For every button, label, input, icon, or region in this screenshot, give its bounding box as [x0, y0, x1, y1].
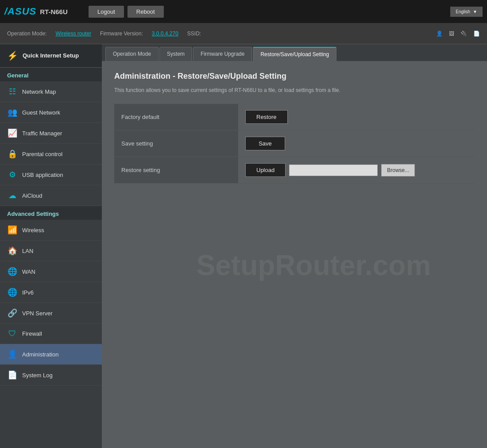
vpn-server-icon: 🔗 [7, 308, 18, 318]
advanced-section-label: Advanced Settings [0, 206, 102, 220]
ssid-label: SSID: [187, 31, 201, 37]
file-path-input[interactable] [289, 165, 378, 176]
aicloud-icon: ☁ [7, 191, 18, 200]
sidebar-item-wireless[interactable]: 📶 Wireless [0, 220, 102, 241]
tab-system[interactable]: System [159, 47, 192, 61]
content-inner: Administration - Restore/Save/Upload Set… [114, 72, 475, 184]
header: /ASUS RT-N66U Logout Reboot English ▼ [0, 0, 487, 23]
network-icon[interactable]: 🔌 [460, 31, 467, 37]
reboot-button[interactable]: Reboot [128, 6, 164, 18]
tab-firmware-upgrade[interactable]: Firmware Upgrade [193, 47, 252, 61]
aicloud-label: AiCloud [22, 192, 43, 199]
content-area: Operation Mode System Firmware Upgrade R… [102, 44, 487, 448]
sidebar-item-vpn-server[interactable]: 🔗 VPN Server [0, 303, 102, 324]
save-setting-label: Save setting [114, 130, 238, 157]
parental-control-icon: 🔒 [7, 149, 18, 159]
lan-icon: 🏠 [7, 246, 18, 256]
sidebar-item-ipv6[interactable]: 🌐 IPv6 [0, 282, 102, 303]
sidebar-item-aicloud[interactable]: ☁ AiCloud [0, 185, 102, 206]
sidebar-item-wan[interactable]: 🌐 WAN [0, 261, 102, 282]
factory-default-action: Restore [238, 104, 475, 130]
usb-application-icon: ⚙ [7, 170, 18, 180]
administration-icon: 👤 [7, 349, 18, 359]
traffic-manager-label: Traffic Manager [22, 130, 62, 137]
model-name: RT-N66U [40, 8, 68, 15]
firmware-label: Firmware Version: [100, 31, 143, 37]
network-map-icon: ☷ [7, 87, 18, 96]
sidebar: ⚡ Quick Internet Setup General ☷ Network… [0, 44, 102, 448]
sidebar-item-administration[interactable]: 👤 Administration [0, 344, 102, 365]
sidebar-item-traffic-manager[interactable]: 📈 Traffic Manager [0, 123, 102, 144]
save-setting-row: Save setting Save [114, 130, 475, 157]
save-button[interactable]: Save [245, 137, 285, 150]
system-log-icon: 📄 [7, 370, 18, 380]
main-layout: ⚡ Quick Internet Setup General ☷ Network… [0, 44, 487, 448]
quick-setup-label: Quick Internet Setup [23, 52, 79, 60]
page-content: SetupRouter.com Administration - Restore… [102, 61, 487, 448]
logout-button[interactable]: Logout [89, 6, 124, 18]
ipv6-label: IPv6 [22, 289, 34, 296]
restore-button[interactable]: Restore [245, 110, 288, 124]
sidebar-item-lan[interactable]: 🏠 LAN [0, 241, 102, 261]
factory-default-row: Factory default Restore [114, 104, 475, 130]
quick-setup-icon: ⚡ [7, 50, 18, 61]
logo: /ASUS RT-N66U [4, 6, 84, 17]
upload-button[interactable]: Upload [245, 163, 286, 177]
lan-label: LAN [22, 248, 33, 254]
firewall-label: Firewall [22, 330, 42, 337]
page-title: Administration - Restore/Save/Upload Set… [114, 72, 475, 81]
restore-setting-row: Restore setting Upload Browse... [114, 157, 475, 184]
network-map-label: Network Map [22, 88, 56, 95]
wan-icon: 🌐 [7, 267, 18, 276]
sidebar-item-parental-control[interactable]: 🔒 Parental control [0, 144, 102, 165]
sidebar-item-usb-application[interactable]: ⚙ USB application [0, 165, 102, 185]
wireless-label: Wireless [22, 227, 44, 234]
traffic-manager-icon: 📈 [7, 128, 18, 138]
quick-internet-setup[interactable]: ⚡ Quick Internet Setup [0, 44, 102, 68]
factory-default-label: Factory default [114, 104, 238, 130]
settings-table: Factory default Restore Save setting Sav… [114, 104, 475, 184]
language-selector[interactable]: English ▼ [450, 7, 483, 17]
firewall-icon: 🛡 [7, 329, 18, 338]
sidebar-item-firewall[interactable]: 🛡 Firewall [0, 324, 102, 344]
header-icons: 👤 🖼 🔌 📄 [436, 31, 480, 37]
tab-operation-mode[interactable]: Operation Mode [105, 47, 158, 61]
operation-mode-label: Operation Mode: [7, 31, 46, 37]
asus-logo: /ASUS [4, 6, 36, 17]
sidebar-item-system-log[interactable]: 📄 System Log [0, 365, 102, 386]
parental-control-label: Parental control [22, 151, 62, 157]
ipv6-icon: 🌐 [7, 287, 18, 297]
sidebar-item-network-map[interactable]: ☷ Network Map [0, 81, 102, 102]
info-bar: Operation Mode: Wireless router Firmware… [0, 23, 487, 44]
save-setting-action: Save [238, 130, 475, 157]
guest-network-icon: 👥 [7, 107, 18, 117]
tabs: Operation Mode System Firmware Upgrade R… [102, 44, 487, 61]
watermark: SetupRouter.com [197, 249, 431, 282]
administration-label: Administration [22, 351, 58, 358]
wan-label: WAN [22, 268, 35, 275]
tab-restore-save-upload[interactable]: Restore/Save/Upload Setting [253, 47, 336, 61]
firmware-value[interactable]: 3.0.0.4.270 [152, 31, 178, 37]
monitor-icon[interactable]: 🖼 [449, 31, 454, 37]
header-buttons: Logout Reboot [89, 6, 164, 18]
chevron-down-icon: ▼ [473, 9, 477, 14]
general-section-label: General [0, 68, 102, 81]
vpn-server-label: VPN Server [22, 310, 53, 317]
document-icon[interactable]: 📄 [473, 31, 480, 37]
sidebar-item-guest-network[interactable]: 👥 Guest Network [0, 102, 102, 123]
user-icon[interactable]: 👤 [436, 31, 443, 37]
wireless-icon: 📶 [7, 225, 18, 235]
browse-button[interactable]: Browse... [381, 164, 415, 176]
restore-setting-label: Restore setting [114, 157, 238, 184]
guest-network-label: Guest Network [22, 109, 60, 116]
usb-application-label: USB application [22, 172, 63, 178]
operation-mode-value[interactable]: Wireless router [55, 31, 91, 37]
restore-setting-action: Upload Browse... [238, 157, 475, 184]
page-description: This function allows you to save current… [114, 87, 475, 93]
system-log-label: System Log [22, 372, 53, 379]
file-upload-row: Upload Browse... [245, 163, 468, 177]
language-label: English [456, 9, 470, 14]
